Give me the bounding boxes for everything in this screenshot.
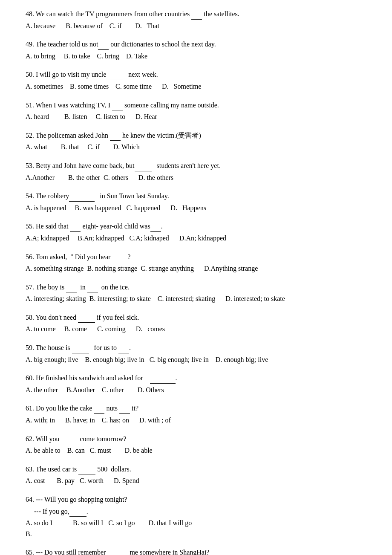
question-60-options: A. the other B.Another C. other D. Other… bbox=[26, 384, 366, 396]
question-61: 61. Do you like the cake nuts it? A. wit… bbox=[26, 403, 366, 425]
question-56: 56. Tom asked, " Did you hear? A. someth… bbox=[26, 251, 366, 274]
question-56-options: A. something strange B. nothing strange … bbox=[26, 263, 366, 274]
question-54: 54. The robbery in Sun Town last Sunday.… bbox=[26, 191, 366, 213]
question-52: 52. The policeman asked John he knew the… bbox=[26, 130, 366, 153]
question-55-options: A.A; kidnapped B.An; kidnapped C.A; kidn… bbox=[26, 233, 366, 244]
question-63-text: 63. The used car is 500 dollars. bbox=[26, 464, 366, 475]
question-60: 60. He finished his sandwich and asked f… bbox=[26, 373, 366, 395]
question-56-text: 56. Tom asked, " Did you hear? bbox=[26, 251, 366, 263]
question-55: 55. He said that eight- year-old child w… bbox=[26, 221, 366, 243]
question-57-options: A. interesting; skating B. interesting; … bbox=[26, 293, 366, 304]
question-51: 51. When I was watching TV, I someone ca… bbox=[26, 100, 366, 122]
question-59: 59. The house is for us to . A. big enou… bbox=[26, 342, 366, 365]
question-54-options: A. is happened B. was happened C. happen… bbox=[26, 202, 366, 214]
question-53-options: A.Another B. the other C. others D. the … bbox=[26, 172, 366, 183]
question-62-text: 62. Will you come tomorrow? bbox=[26, 434, 366, 445]
question-64-text1: 64. --- Will you go shopping tonight? bbox=[26, 494, 366, 505]
question-53-text: 53. Betty and John have come back, but s… bbox=[26, 160, 366, 171]
question-61-text: 61. Do you like the cake nuts it? bbox=[26, 403, 366, 414]
question-57-text: 57. The boy is in on the ice. bbox=[26, 282, 366, 293]
question-49: 49. The teacher told us not our dictiona… bbox=[26, 39, 366, 61]
question-50-options: A. sometimes B. some times C. some time … bbox=[26, 81, 366, 92]
question-48: 48. We can watch the TV programmers from… bbox=[26, 9, 366, 31]
question-49-options: A. to bring B. to take C. bring D. Take bbox=[26, 51, 366, 62]
question-64-options2: B. bbox=[26, 529, 366, 540]
question-52-text: 52. The policeman asked John he knew the… bbox=[26, 130, 366, 141]
question-64-text2: --- If you go,. bbox=[26, 506, 366, 517]
question-54-text: 54. The robbery in Sun Town last Sunday. bbox=[26, 191, 366, 202]
question-65: 65. --- Do you still remember me somewhe… bbox=[26, 547, 366, 555]
question-62-options: A. be able to B. can C. must D. be able bbox=[26, 445, 366, 456]
question-63: 63. The used car is 500 dollars. A. cost… bbox=[26, 464, 366, 486]
question-55-text: 55. He said that eight- year-old child w… bbox=[26, 221, 366, 232]
question-50-text: 50. I will go to visit my uncle next wee… bbox=[26, 69, 366, 80]
question-60-text: 60. He finished his sandwich and asked f… bbox=[26, 373, 366, 384]
question-53: 53. Betty and John have come back, but s… bbox=[26, 160, 366, 183]
question-61-options: A. with; in B. have; in C. has; on D. wi… bbox=[26, 415, 366, 426]
question-63-options: A. cost B. pay C. worth D. Spend bbox=[26, 475, 366, 486]
question-48-options: A. because B. because of C. if D. That bbox=[26, 20, 366, 32]
question-58: 58. You don't need if you feel sick. A. … bbox=[26, 312, 366, 335]
question-59-options: A. big enough; live B. enough big; live … bbox=[26, 354, 366, 365]
question-65-text: 65. --- Do you still remember me somewhe… bbox=[26, 547, 366, 555]
question-64: 64. --- Will you go shopping tonight? --… bbox=[26, 494, 366, 539]
question-62: 62. Will you come tomorrow? A. be able t… bbox=[26, 434, 366, 456]
question-64-options: A. so do I B. so will I C. so I go D. th… bbox=[26, 517, 366, 529]
question-48-text: 48. We can watch the TV programmers from… bbox=[26, 9, 366, 20]
question-51-text: 51. When I was watching TV, I someone ca… bbox=[26, 100, 366, 111]
question-59-text: 59. The house is for us to . bbox=[26, 342, 366, 353]
question-57: 57. The boy is in on the ice. A. interes… bbox=[26, 282, 366, 304]
question-50: 50. I will go to visit my uncle next wee… bbox=[26, 69, 366, 92]
question-58-text: 58. You don't need if you feel sick. bbox=[26, 312, 366, 323]
question-51-options: A. heard B. listen C. listen to D. Hear bbox=[26, 111, 366, 122]
question-49-text: 49. The teacher told us not our dictiona… bbox=[26, 39, 366, 50]
questions-container: 48. We can watch the TV programmers from… bbox=[26, 9, 366, 555]
question-52-options: A. what B. that C. if D. Which bbox=[26, 142, 366, 153]
question-58-options: A. to come B. come C. coming D. comes bbox=[26, 324, 366, 335]
